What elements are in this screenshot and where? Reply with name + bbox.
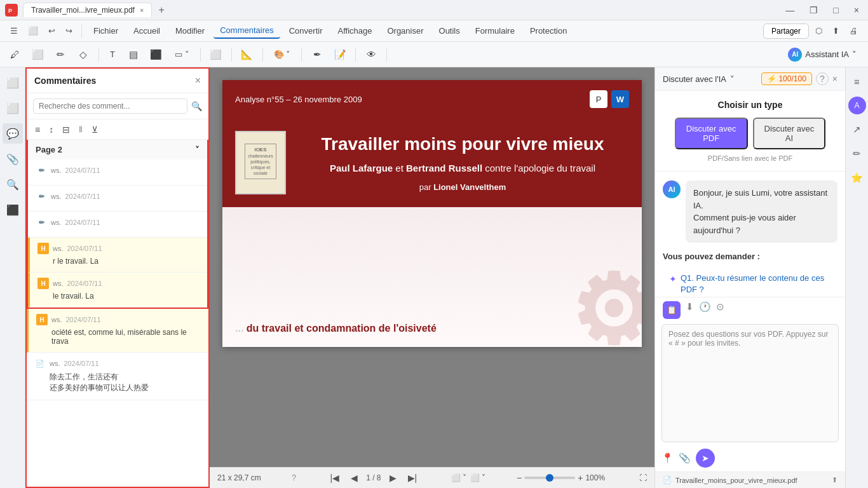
right-edit-icon[interactable]: ✏ bbox=[848, 145, 866, 163]
ai-panel-title-arrow[interactable]: ˅ bbox=[730, 74, 735, 84]
filter-columns-icon[interactable]: ⦀ bbox=[77, 122, 85, 137]
right-avatar-icon[interactable]: A bbox=[848, 97, 866, 114]
sidebar-comments-icon[interactable]: 💬 bbox=[3, 123, 23, 144]
sidebar-pages-icon[interactable]: ⬜ bbox=[3, 98, 23, 118]
callout-tool[interactable]: ⬛ bbox=[147, 45, 166, 64]
pdf-first-page-button[interactable]: |◀ bbox=[327, 471, 343, 484]
share-icon-2[interactable]: ⬡ bbox=[811, 24, 826, 37]
pdf-document: Analyse n°55 – 26 novembre 2009 P W IOES… bbox=[222, 80, 642, 347]
filter-options-icon[interactable]: ⊻ bbox=[90, 123, 100, 137]
menu-icon-file[interactable]: ☰ bbox=[6, 24, 22, 37]
menu-commentaires[interactable]: Commentaires bbox=[214, 23, 280, 39]
comments-search-button[interactable]: 🔍 bbox=[191, 101, 202, 111]
underline-tool[interactable]: ⬜ bbox=[28, 45, 47, 64]
zoom-in-button[interactable]: + bbox=[578, 473, 583, 483]
pdf-last-page-button[interactable]: ▶| bbox=[405, 471, 421, 484]
menu-formulaire[interactable]: Formulaire bbox=[469, 24, 521, 38]
right-star-icon[interactable]: ⭐ bbox=[848, 169, 866, 187]
sidebar-layers-icon[interactable]: ⬛ bbox=[3, 200, 23, 220]
textbox-tool[interactable]: ▤ bbox=[124, 45, 143, 64]
ai-download-icon[interactable]: ⬇ bbox=[686, 301, 694, 319]
comment-item-highlighted[interactable]: H ws. 2024/07/11 r le travail. La bbox=[28, 238, 207, 273]
new-tab-button[interactable]: + bbox=[156, 4, 166, 16]
close-button[interactable]: × bbox=[850, 4, 863, 17]
zoom-slider[interactable] bbox=[524, 477, 575, 479]
filter-list-icon[interactable]: ≡ bbox=[33, 123, 42, 137]
restore-button[interactable]: ❐ bbox=[806, 4, 822, 17]
sign-tool[interactable]: ✒ bbox=[308, 45, 327, 64]
comment-item-extra-2[interactable]: 📄 ws. 2024/07/11 除去工作，生活还有 还多美好的事物可以让人热爱 bbox=[27, 353, 208, 400]
ai-chat-ai-button[interactable]: Discuter avecAI bbox=[753, 118, 826, 149]
pdf-fit-icon[interactable]: ⬜ ˅ bbox=[451, 473, 466, 482]
ai-help-button[interactable]: ? bbox=[816, 72, 829, 85]
highlight-tool[interactable]: 🖊 bbox=[5, 45, 24, 64]
active-tab[interactable]: Travailler_moi...ivre_mieux.pdf × bbox=[23, 3, 152, 17]
ai-chat-pdf-button[interactable]: Discuter avecPDF bbox=[675, 118, 748, 149]
measure-tool[interactable]: 📐 bbox=[238, 45, 257, 64]
menu-outils[interactable]: Outils bbox=[433, 24, 466, 38]
comment-meta: H ws. 2024/07/11 bbox=[37, 278, 200, 289]
right-cursor-icon[interactable]: ↗ bbox=[848, 121, 866, 139]
menu-modifier[interactable]: Modifier bbox=[169, 24, 211, 38]
comment-item[interactable]: ✏ ws. 2024/07/11 bbox=[28, 212, 207, 238]
comment-item-extra-1[interactable]: H ws. 2024/07/11 ociété est, comme lui, … bbox=[27, 309, 208, 353]
comment-meta: ✏ ws. 2024/07/11 bbox=[36, 165, 200, 176]
right-filter-icon[interactable]: ≡ bbox=[848, 72, 866, 90]
eraser-tool[interactable]: ◇ bbox=[74, 45, 93, 64]
comment-item[interactable]: ✏ ws. 2024/07/11 bbox=[28, 186, 207, 212]
ai-suggestion-1[interactable]: ✦ Q1. Peux-tu résumer le contenu de ces … bbox=[663, 268, 837, 297]
menu-convertir[interactable]: Convertir bbox=[283, 24, 329, 38]
minimize-button[interactable]: — bbox=[782, 4, 798, 17]
paint-tool[interactable]: 🎨 ˅ bbox=[269, 47, 296, 62]
page-2-header[interactable]: Page 2 ˅ bbox=[28, 140, 207, 159]
pdf-layout-icon[interactable]: ⬜ ˅ bbox=[470, 473, 485, 482]
comment-item-highlighted-2[interactable]: H ws. 2024/07/11 le travail. La bbox=[28, 273, 207, 308]
pdf-page-container[interactable]: Analyse n°55 – 26 novembre 2009 P W IOES… bbox=[210, 67, 654, 467]
pdf-subtitle: Paul Lafargue et Bertrand Russell contre… bbox=[296, 161, 629, 175]
shapes-tool[interactable]: ▭ ˅ bbox=[170, 47, 194, 62]
ai-share-icon[interactable]: ⊙ bbox=[716, 301, 724, 319]
sidebar-home-icon[interactable]: ⬜ bbox=[3, 72, 23, 93]
ai-send-button[interactable]: ➤ bbox=[696, 449, 715, 468]
comments-search-input[interactable] bbox=[33, 98, 187, 114]
eye-tool[interactable]: 👁 bbox=[362, 45, 381, 64]
print-icon[interactable]: 🖨 bbox=[846, 24, 862, 37]
ai-expand-button[interactable]: ⬆ bbox=[832, 476, 837, 484]
ai-assistant-toolbar-button[interactable]: AI Assistant IA ˅ bbox=[782, 45, 863, 64]
ai-panel-close-button[interactable]: × bbox=[832, 74, 837, 84]
sidebar-attachments-icon[interactable]: 📎 bbox=[3, 149, 23, 169]
pdf-question-icon[interactable]: ? bbox=[292, 473, 296, 482]
pdf-next-page-button[interactable]: ▶ bbox=[386, 471, 400, 484]
maximize-button[interactable]: □ bbox=[829, 4, 842, 17]
comments-panel-close[interactable]: × bbox=[195, 75, 201, 86]
comment-item[interactable]: ✏ ws. 2024/07/11 bbox=[28, 159, 207, 186]
ai-attachment-icon[interactable]: 📎 bbox=[679, 452, 691, 464]
menu-affichage[interactable]: Affichage bbox=[331, 24, 378, 38]
menu-organiser[interactable]: Organiser bbox=[381, 24, 430, 38]
stamp-tool[interactable]: ⬜ bbox=[207, 45, 226, 64]
menu-icon-save[interactable]: ⬜ bbox=[24, 24, 42, 37]
ai-location-icon[interactable]: 📍 bbox=[661, 452, 674, 464]
upload-icon[interactable]: ⬆ bbox=[829, 24, 843, 37]
pdf-fullscreen-button[interactable]: ⛶ bbox=[639, 473, 647, 482]
comment-author: ws. bbox=[51, 219, 62, 226]
filter-collapse-icon[interactable]: ⊟ bbox=[60, 123, 72, 137]
share-button[interactable]: Partager bbox=[763, 24, 809, 39]
toolbar-divider-2 bbox=[200, 48, 201, 62]
ai-note-icon[interactable]: 📋 bbox=[663, 301, 681, 319]
tab-close-button[interactable]: × bbox=[140, 6, 144, 14]
filter-sort-icon[interactable]: ↕ bbox=[47, 123, 55, 137]
redo-button[interactable]: ↪ bbox=[62, 24, 76, 37]
menu-accueil[interactable]: Accueil bbox=[127, 24, 166, 38]
pdf-prev-page-button[interactable]: ◀ bbox=[348, 471, 361, 484]
ai-type-title: Choisir un type bbox=[663, 100, 837, 110]
text-tool[interactable]: T bbox=[105, 47, 120, 62]
sticker-tool[interactable]: 📝 bbox=[330, 45, 349, 64]
sidebar-search-icon[interactable]: 🔍 bbox=[3, 174, 23, 194]
undo-button[interactable]: ↩ bbox=[44, 24, 59, 37]
zoom-out-button[interactable]: − bbox=[517, 473, 522, 483]
pencil-tool[interactable]: ✏ bbox=[51, 45, 70, 64]
ai-clock-icon[interactable]: 🕐 bbox=[699, 301, 711, 319]
menu-protection[interactable]: Protection bbox=[524, 24, 574, 38]
menu-fichier[interactable]: Fichier bbox=[87, 24, 125, 38]
